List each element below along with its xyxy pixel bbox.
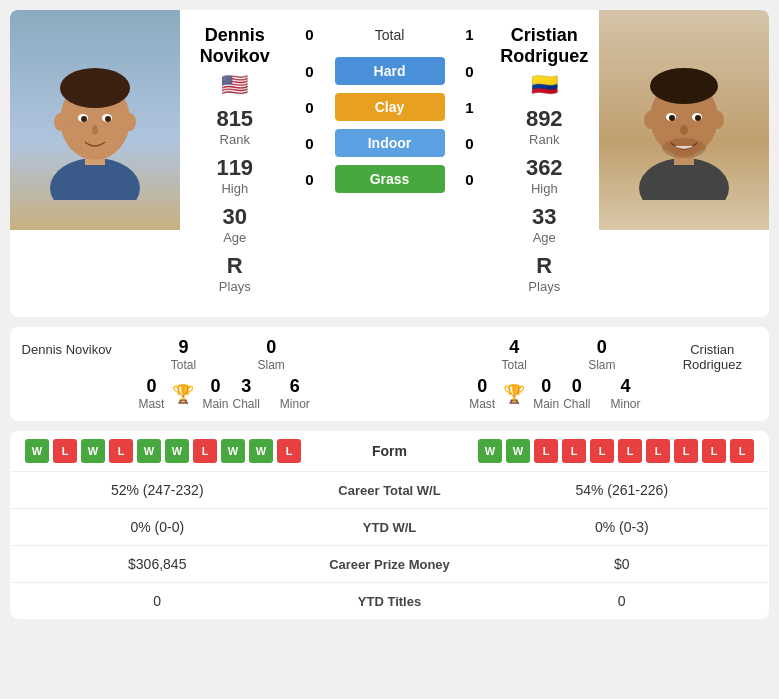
ytd-titles-label: YTD Titles — [290, 594, 490, 609]
left-plays-value: R — [190, 253, 280, 279]
svg-point-14 — [650, 68, 718, 104]
svg-point-20 — [680, 125, 688, 135]
svg-point-21 — [644, 111, 656, 129]
prize-label: Career Prize Money — [290, 557, 490, 572]
left-high-label: High — [190, 181, 280, 196]
form-badge: L — [674, 439, 698, 463]
left-plays-block: R Plays — [190, 253, 280, 294]
left-age-block: 30 Age — [190, 204, 280, 245]
right-small-stats: 4 Total 0 Slam 0 Mast 🏆 0 Main — [454, 332, 655, 416]
left-name-below: Dennis Novikov — [10, 332, 123, 416]
clay-row: 0 Clay 1 — [295, 93, 485, 121]
right-rank-block: 892 Rank — [500, 106, 590, 147]
left-high-value: 119 — [190, 155, 280, 181]
right-form: WWLLLLLLLL — [450, 439, 755, 463]
right-chall-minor-stat: 0 Chall 4 Minor — [563, 376, 640, 411]
indoor-right-score: 0 — [455, 135, 485, 152]
form-badge: W — [478, 439, 502, 463]
indoor-left-score: 0 — [295, 135, 325, 152]
right-plays-block: R Plays — [500, 253, 590, 294]
right-total-stat: 4 Total — [469, 337, 559, 372]
left-slam-stat: 0 Slam — [232, 337, 309, 372]
career-wl-right: 54% (261-226) — [490, 482, 755, 498]
left-trophy-icon: 🏆 — [172, 383, 194, 405]
form-row: WLWLWWLWWL Form WWLLLLLLLL — [10, 431, 769, 472]
left-rank-value: 815 — [190, 106, 280, 132]
left-rank-block: 815 Rank — [190, 106, 280, 147]
ytd-wl-row: 0% (0-0) YTD W/L 0% (0-3) — [10, 509, 769, 546]
hard-right-score: 0 — [455, 63, 485, 80]
prize-row: $306,845 Career Prize Money $0 — [10, 546, 769, 583]
left-player-name: Dennis Novikov — [190, 25, 280, 67]
ytd-titles-row: 0 YTD Titles 0 — [10, 583, 769, 619]
center-spacer — [325, 332, 454, 416]
left-age-value: 30 — [190, 204, 280, 230]
grass-row: 0 Grass 0 — [295, 165, 485, 193]
left-name-label: Dennis Novikov — [15, 337, 118, 362]
prize-right: $0 — [490, 556, 755, 572]
clay-right-score: 1 — [455, 99, 485, 116]
stats-table: WLWLWWLWWL Form WWLLLLLLLL 52% (247-232)… — [10, 431, 769, 619]
right-plays-label: Plays — [500, 279, 590, 294]
indoor-btn: Indoor — [335, 129, 445, 157]
left-age-label: Age — [190, 230, 280, 245]
form-label: Form — [330, 443, 450, 459]
right-player-photo — [599, 10, 769, 230]
svg-point-19 — [695, 115, 701, 121]
svg-point-22 — [712, 111, 724, 129]
form-badge: L — [730, 439, 754, 463]
right-name-label: Cristian Rodriguez — [661, 337, 764, 377]
form-badge: L — [193, 439, 217, 463]
right-slam-stat: 0 Slam — [563, 337, 640, 372]
right-high-label: High — [500, 181, 590, 196]
form-badge: L — [534, 439, 558, 463]
total-row: 0 Total 1 — [295, 26, 485, 43]
left-small-stats: 9 Total 0 Slam 0 Mast 🏆 0 Main — [123, 332, 324, 416]
left-player-stats: Dennis Novikov 🇺🇸 815 Rank 119 High 30 A… — [180, 10, 290, 317]
svg-point-6 — [81, 116, 87, 122]
total-label: Total — [325, 27, 455, 43]
form-badge: L — [109, 439, 133, 463]
form-badge: W — [506, 439, 530, 463]
form-badge: L — [590, 439, 614, 463]
grass-right-score: 0 — [455, 171, 485, 188]
total-left-score: 0 — [295, 26, 325, 43]
ytd-wl-label: YTD W/L — [290, 520, 490, 535]
right-name-below: Cristian Rodriguez — [656, 332, 769, 416]
form-badge: L — [618, 439, 642, 463]
svg-point-18 — [669, 115, 675, 121]
left-plays-label: Plays — [190, 279, 280, 294]
ytd-titles-left: 0 — [25, 593, 290, 609]
right-high-block: 362 High — [500, 155, 590, 196]
hard-btn: Hard — [335, 57, 445, 85]
form-badge: L — [53, 439, 77, 463]
right-high-value: 362 — [500, 155, 590, 181]
right-rank-value: 892 — [500, 106, 590, 132]
right-mast-stat: 0 Mast 🏆 0 Main — [469, 376, 559, 411]
form-badge: W — [81, 439, 105, 463]
right-plays-value: R — [500, 253, 590, 279]
left-flag: 🇺🇸 — [190, 72, 280, 98]
right-trophy-icon: 🏆 — [503, 383, 525, 405]
right-flag: 🇨🇴 — [500, 72, 590, 98]
form-badge: W — [221, 439, 245, 463]
form-badge: W — [165, 439, 189, 463]
clay-left-score: 0 — [295, 99, 325, 116]
center-column: 0 Total 1 0 Hard 0 0 Clay 1 0 Indoor 0 — [290, 10, 490, 317]
total-right-score: 1 — [455, 26, 485, 43]
form-badge: L — [562, 439, 586, 463]
left-mast-stat: 0 Mast 🏆 0 Main — [138, 376, 228, 411]
svg-point-8 — [92, 125, 98, 135]
indoor-row: 0 Indoor 0 — [295, 129, 485, 157]
right-player-name: Cristian Rodriguez — [500, 25, 590, 67]
ytd-wl-left: 0% (0-0) — [25, 519, 290, 535]
left-chall-minor-stat: 3 Chall 6 Minor — [232, 376, 309, 411]
name-stats-row: Dennis Novikov 9 Total 0 Slam 0 Mast 🏆 0… — [10, 327, 769, 421]
hard-row: 0 Hard 0 — [295, 57, 485, 85]
clay-btn: Clay — [335, 93, 445, 121]
career-wl-label: Career Total W/L — [290, 483, 490, 498]
career-wl-row: 52% (247-232) Career Total W/L 54% (261-… — [10, 472, 769, 509]
career-wl-left: 52% (247-232) — [25, 482, 290, 498]
right-age-value: 33 — [500, 204, 590, 230]
form-badge: W — [25, 439, 49, 463]
